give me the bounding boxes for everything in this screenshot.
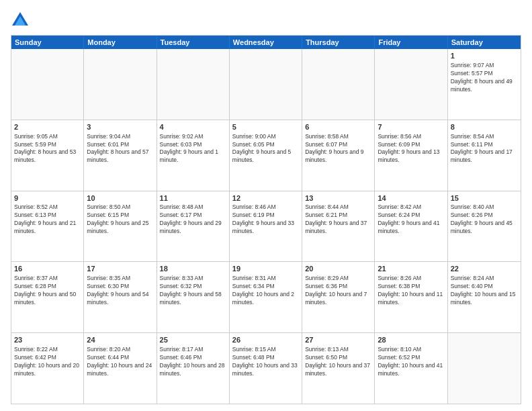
calendar-cell: 23Sunrise: 8:22 AM Sunset: 6:42 PM Dayli… [11,333,84,404]
header [11,11,521,30]
calendar-cell [157,49,230,120]
cell-content: Sunrise: 8:33 AM Sunset: 6:32 PM Dayligh… [160,275,226,307]
day-number: 23 [14,335,81,345]
day-number: 3 [87,122,153,132]
calendar-cell: 26Sunrise: 8:15 AM Sunset: 6:48 PM Dayli… [230,333,302,404]
day-of-week-header: Thursday [302,36,375,49]
day-number: 6 [305,122,371,132]
calendar-cell [84,49,157,120]
cell-content: Sunrise: 8:52 AM Sunset: 6:13 PM Dayligh… [14,203,81,236]
day-of-week-header: Saturday [448,36,521,49]
calendar-cell: 16Sunrise: 8:37 AM Sunset: 6:28 PM Dayli… [11,262,84,332]
cell-content: Sunrise: 8:29 AM Sunset: 6:36 PM Dayligh… [305,275,371,307]
cell-content: Sunrise: 8:20 AM Sunset: 6:44 PM Dayligh… [87,346,153,378]
day-number: 7 [378,122,444,132]
day-number: 17 [87,264,153,274]
calendar-cell: 8Sunrise: 8:54 AM Sunset: 6:11 PM Daylig… [448,120,521,191]
calendar-cell: 10Sunrise: 8:50 AM Sunset: 6:15 PM Dayli… [84,191,157,262]
day-number: 27 [305,335,371,345]
day-number: 14 [378,193,444,203]
calendar-cell: 1Sunrise: 9:07 AM Sunset: 5:57 PM Daylig… [448,49,521,120]
cell-content: Sunrise: 8:58 AM Sunset: 6:07 PM Dayligh… [305,133,371,165]
calendar-week-row: 1Sunrise: 9:07 AM Sunset: 5:57 PM Daylig… [11,49,521,120]
day-number: 8 [451,122,518,132]
calendar-cell: 11Sunrise: 8:48 AM Sunset: 6:17 PM Dayli… [157,191,230,262]
cell-content: Sunrise: 8:10 AM Sunset: 6:52 PM Dayligh… [378,346,444,378]
cell-content: Sunrise: 9:04 AM Sunset: 6:01 PM Dayligh… [87,133,153,165]
cell-content: Sunrise: 8:35 AM Sunset: 6:30 PM Dayligh… [87,275,153,307]
day-number: 11 [160,193,226,203]
cell-content: Sunrise: 8:17 AM Sunset: 6:46 PM Dayligh… [160,346,226,378]
calendar-cell [230,49,302,120]
calendar-body: 1Sunrise: 9:07 AM Sunset: 5:57 PM Daylig… [11,49,521,404]
calendar-cell: 7Sunrise: 8:56 AM Sunset: 6:09 PM Daylig… [375,120,447,191]
calendar-week-row: 16Sunrise: 8:37 AM Sunset: 6:28 PM Dayli… [11,262,521,333]
calendar: SundayMondayTuesdayWednesdayThursdayFrid… [11,35,521,404]
calendar-week-row: 9Sunrise: 8:52 AM Sunset: 6:13 PM Daylig… [11,191,521,263]
calendar-cell: 13Sunrise: 8:44 AM Sunset: 6:21 PM Dayli… [302,191,375,262]
cell-content: Sunrise: 8:48 AM Sunset: 6:17 PM Dayligh… [160,203,226,236]
cell-content: Sunrise: 8:44 AM Sunset: 6:21 PM Dayligh… [305,203,371,236]
cell-content: Sunrise: 9:07 AM Sunset: 5:57 PM Dayligh… [451,62,518,94]
logo-icon [11,11,30,30]
calendar-cell: 6Sunrise: 8:58 AM Sunset: 6:07 PM Daylig… [302,120,375,191]
calendar-cell: 2Sunrise: 9:05 AM Sunset: 5:59 PM Daylig… [11,120,84,191]
day-of-week-header: Sunday [11,36,84,49]
calendar-cell: 27Sunrise: 8:13 AM Sunset: 6:50 PM Dayli… [302,333,375,404]
day-number: 5 [232,122,299,132]
cell-content: Sunrise: 8:46 AM Sunset: 6:19 PM Dayligh… [232,203,299,236]
calendar-week-row: 2Sunrise: 9:05 AM Sunset: 5:59 PM Daylig… [11,120,521,191]
calendar-cell: 21Sunrise: 8:26 AM Sunset: 6:38 PM Dayli… [375,262,447,332]
cell-content: Sunrise: 8:42 AM Sunset: 6:24 PM Dayligh… [378,203,444,236]
day-number: 24 [87,335,153,345]
page: SundayMondayTuesdayWednesdayThursdayFrid… [0,0,532,411]
day-number: 22 [451,264,518,274]
day-number: 12 [232,193,299,203]
day-of-week-header: Wednesday [230,36,302,49]
cell-content: Sunrise: 8:31 AM Sunset: 6:34 PM Dayligh… [232,275,299,307]
calendar-cell: 25Sunrise: 8:17 AM Sunset: 6:46 PM Dayli… [157,333,230,404]
calendar-cell: 5Sunrise: 9:00 AM Sunset: 6:05 PM Daylig… [230,120,302,191]
cell-content: Sunrise: 8:37 AM Sunset: 6:28 PM Dayligh… [14,275,81,307]
day-number: 18 [160,264,226,274]
calendar-cell [375,49,447,120]
day-number: 10 [87,193,153,203]
calendar-cell [448,333,521,404]
calendar-cell: 9Sunrise: 8:52 AM Sunset: 6:13 PM Daylig… [11,191,84,262]
calendar-cell [11,49,84,120]
cell-content: Sunrise: 8:26 AM Sunset: 6:38 PM Dayligh… [378,275,444,307]
day-number: 9 [14,193,81,203]
day-number: 4 [160,122,226,132]
day-number: 25 [160,335,226,345]
day-number: 1 [451,51,518,61]
calendar-cell: 14Sunrise: 8:42 AM Sunset: 6:24 PM Dayli… [375,191,447,262]
day-of-week-header: Monday [84,36,157,49]
calendar-cell: 28Sunrise: 8:10 AM Sunset: 6:52 PM Dayli… [375,333,447,404]
cell-content: Sunrise: 9:05 AM Sunset: 5:59 PM Dayligh… [14,133,81,165]
day-number: 26 [232,335,299,345]
calendar-cell: 18Sunrise: 8:33 AM Sunset: 6:32 PM Dayli… [157,262,230,332]
calendar-cell: 12Sunrise: 8:46 AM Sunset: 6:19 PM Dayli… [230,191,302,262]
day-of-week-header: Tuesday [157,36,230,49]
cell-content: Sunrise: 9:00 AM Sunset: 6:05 PM Dayligh… [232,133,299,165]
day-number: 16 [14,264,81,274]
day-of-week-header: Friday [375,36,447,49]
calendar-cell: 4Sunrise: 9:02 AM Sunset: 6:03 PM Daylig… [157,120,230,191]
cell-content: Sunrise: 9:02 AM Sunset: 6:03 PM Dayligh… [160,133,226,165]
calendar-cell [302,49,375,120]
day-number: 13 [305,193,371,203]
day-number: 20 [305,264,371,274]
logo [11,11,32,30]
cell-content: Sunrise: 8:15 AM Sunset: 6:48 PM Dayligh… [232,346,299,378]
day-number: 19 [232,264,299,274]
cell-content: Sunrise: 8:22 AM Sunset: 6:42 PM Dayligh… [14,346,81,378]
day-number: 21 [378,264,444,274]
cell-content: Sunrise: 8:13 AM Sunset: 6:50 PM Dayligh… [305,346,371,378]
calendar-cell: 20Sunrise: 8:29 AM Sunset: 6:36 PM Dayli… [302,262,375,332]
calendar-week-row: 23Sunrise: 8:22 AM Sunset: 6:42 PM Dayli… [11,333,521,404]
cell-content: Sunrise: 8:56 AM Sunset: 6:09 PM Dayligh… [378,133,444,165]
calendar-cell: 19Sunrise: 8:31 AM Sunset: 6:34 PM Dayli… [230,262,302,332]
calendar-header: SundayMondayTuesdayWednesdayThursdayFrid… [11,36,521,49]
calendar-cell: 3Sunrise: 9:04 AM Sunset: 6:01 PM Daylig… [84,120,157,191]
calendar-cell: 24Sunrise: 8:20 AM Sunset: 6:44 PM Dayli… [84,333,157,404]
